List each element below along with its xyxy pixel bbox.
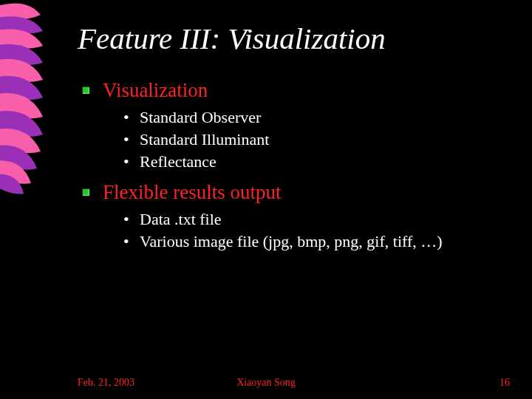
bullet-list: Visualization Standard Observer Standard…	[78, 77, 502, 252]
sub-list-item: Data .txt file	[123, 208, 502, 231]
slide: Feature III: Visualization Visualization…	[0, 0, 532, 399]
footer-date: Feb. 21, 2003	[22, 377, 134, 389]
footer: Feb. 21, 2003 Xiaoyan Song 16	[0, 377, 532, 389]
list-item-label: Flexible results output	[103, 181, 281, 203]
sub-list-item: Standard Illuminant	[123, 129, 502, 151]
sub-list-item: Standard Observer	[123, 106, 502, 129]
slide-title: Feature III: Visualization	[78, 21, 502, 56]
sub-list: Data .txt file Various image file (jpg, …	[103, 208, 502, 252]
footer-author: Xiaoyan Song	[236, 377, 296, 389]
list-item: Visualization Standard Observer Standard…	[78, 77, 502, 173]
footer-page-number: 16	[499, 377, 510, 389]
list-item-label: Visualization	[103, 79, 208, 101]
sub-list: Standard Observer Standard Illuminant Re…	[103, 106, 502, 172]
sub-list-item: Reflectance	[123, 151, 502, 173]
sub-list-item: Various image file (jpg, bmp, png, gif, …	[123, 231, 502, 253]
list-item: Flexible results output Data .txt file V…	[78, 179, 502, 253]
